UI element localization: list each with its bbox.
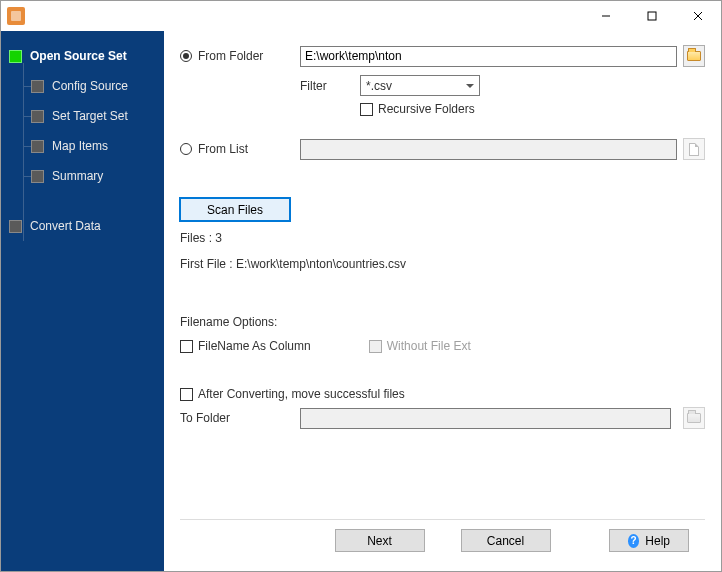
from-folder-row: From Folder: [180, 45, 705, 67]
step-indicator-icon: [31, 170, 44, 183]
without-file-ext-label: Without File Ext: [387, 339, 471, 353]
sidebar-item-label: Map Items: [52, 139, 108, 153]
step-indicator-icon: [31, 80, 44, 93]
filename-options-heading: Filename Options:: [180, 315, 705, 329]
sidebar-item-convert-data[interactable]: Convert Data: [9, 211, 156, 241]
file-icon: [689, 143, 699, 156]
scan-files-button[interactable]: Scan Files: [180, 198, 290, 221]
help-button[interactable]: ? Help: [609, 529, 689, 552]
from-list-label: From List: [198, 142, 248, 156]
step-indicator-icon: [31, 110, 44, 123]
sidebar-item-open-source-set[interactable]: Open Source Set: [9, 41, 156, 71]
footer: Next Cancel ? Help: [180, 519, 705, 561]
titlebar: [1, 1, 721, 31]
browse-to-folder-button[interactable]: [683, 407, 705, 429]
close-button[interactable]: [675, 1, 721, 31]
chevron-down-icon: [462, 78, 477, 93]
maximize-button[interactable]: [629, 1, 675, 31]
filename-as-column-label: FileName As Column: [198, 339, 311, 353]
recursive-checkbox[interactable]: [360, 103, 373, 116]
recursive-row: Recursive Folders: [360, 102, 705, 116]
step-indicator-icon: [31, 140, 44, 153]
app-window: Open Source Set Config Source Set Target…: [0, 0, 722, 572]
step-indicator-icon: [9, 50, 22, 63]
from-folder-radio[interactable]: [180, 50, 192, 62]
sidebar-item-set-target-set[interactable]: Set Target Set: [31, 101, 156, 131]
folder-icon: [687, 413, 701, 423]
wizard-sidebar: Open Source Set Config Source Set Target…: [1, 31, 164, 571]
cancel-button[interactable]: Cancel: [461, 529, 551, 552]
sidebar-item-label: Set Target Set: [52, 109, 128, 123]
from-folder-label: From Folder: [198, 49, 263, 63]
minimize-button[interactable]: [583, 1, 629, 31]
without-file-ext-checkbox: [369, 340, 382, 353]
files-count-label: Files : 3: [180, 231, 705, 245]
first-file-label: First File : E:\work\temp\nton\countries…: [180, 257, 705, 271]
main-panel: From Folder Filter *.csv: [164, 31, 721, 571]
svg-rect-1: [648, 12, 656, 20]
filter-value: *.csv: [366, 79, 392, 93]
sidebar-item-summary[interactable]: Summary: [31, 161, 156, 191]
browse-folder-button[interactable]: [683, 45, 705, 67]
from-list-path-input[interactable]: [300, 139, 677, 160]
help-label: Help: [645, 534, 670, 548]
recursive-label: Recursive Folders: [378, 102, 475, 116]
next-button[interactable]: Next: [335, 529, 425, 552]
sidebar-item-label: Open Source Set: [30, 49, 127, 63]
app-icon: [7, 7, 25, 25]
move-after-convert-label: After Converting, move successful files: [198, 387, 405, 401]
to-folder-input[interactable]: [300, 408, 671, 429]
move-after-convert-checkbox[interactable]: [180, 388, 193, 401]
sidebar-item-label: Summary: [52, 169, 103, 183]
sidebar-item-map-items[interactable]: Map Items: [31, 131, 156, 161]
from-list-row: From List: [180, 138, 705, 160]
filename-as-column-checkbox[interactable]: [180, 340, 193, 353]
sidebar-item-label: Config Source: [52, 79, 128, 93]
filter-label: Filter: [300, 79, 360, 93]
folder-icon: [687, 51, 701, 61]
sidebar-item-config-source[interactable]: Config Source: [31, 71, 156, 101]
to-folder-label: To Folder: [180, 411, 300, 425]
browse-list-button[interactable]: [683, 138, 705, 160]
sidebar-item-label: Convert Data: [30, 219, 101, 233]
help-icon: ?: [628, 534, 639, 548]
from-folder-path-input[interactable]: [300, 46, 677, 67]
filter-row: Filter *.csv: [300, 75, 705, 96]
from-list-radio[interactable]: [180, 143, 192, 155]
window-controls: [583, 1, 721, 31]
body: Open Source Set Config Source Set Target…: [1, 31, 721, 571]
filter-select[interactable]: *.csv: [360, 75, 480, 96]
to-folder-row: To Folder: [180, 407, 705, 429]
step-indicator-icon: [9, 220, 22, 233]
